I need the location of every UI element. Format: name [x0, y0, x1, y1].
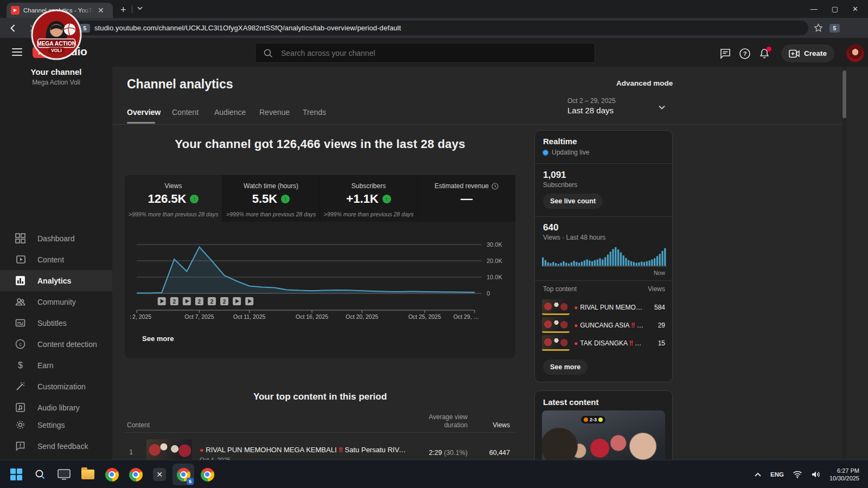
sidebar-item-content[interactable]: Content — [0, 249, 112, 270]
back-button[interactable] — [8, 23, 18, 34]
search-icon — [263, 48, 273, 58]
sidebar-item-content-detection[interactable]: c Content detection — [0, 333, 112, 355]
video-thumbnail[interactable] — [542, 335, 570, 351]
sidebar-item-dashboard[interactable]: Dashboard — [0, 228, 112, 249]
svg-text:Oct 11, 2025: Oct 11, 2025 — [233, 313, 266, 320]
speaker-icon[interactable] — [811, 471, 821, 478]
sidebar-item-earn[interactable]: $ Earn — [0, 355, 112, 376]
notification-dot — [767, 47, 771, 52]
tab-revenue[interactable]: Revenue — [259, 108, 290, 117]
svg-text:?: ? — [743, 50, 747, 57]
bookmark-star-icon[interactable] — [814, 23, 823, 33]
trend-up-icon: ↑ — [281, 195, 290, 203]
row-rank: 1 — [129, 448, 133, 456]
taskbar-clock[interactable]: 6:27 PM 10/30/2025 — [829, 467, 859, 482]
live-dot-icon: ● — [574, 339, 578, 347]
video-thumbnail[interactable] — [542, 317, 570, 333]
metric-views[interactable]: Views 126.5K↑ >999% more than previous 2… — [125, 175, 222, 222]
tab-overview[interactable]: Overview — [127, 108, 161, 117]
video-title[interactable]: ●RIVAL PUN MEMOHON MEGA KEMBALI ‼ Satu P… — [200, 446, 410, 454]
folder-icon — [81, 470, 94, 479]
extensions-badge[interactable]: 5 — [829, 24, 840, 33]
sidebar-item-analytics[interactable]: Analytics — [0, 270, 112, 291]
app-x-button[interactable]: ✕ — [149, 464, 170, 485]
realtime-bar-chart[interactable] — [542, 245, 667, 269]
metric-estimated-revenue[interactable]: Estimated revenue — — [418, 175, 515, 222]
sidebar-item-subtitles[interactable]: Subtitles — [0, 312, 112, 333]
realtime-views-label: Views · Last 48 hours — [543, 234, 605, 241]
start-button[interactable] — [5, 464, 27, 485]
chrome-button[interactable] — [101, 464, 123, 485]
svg-text:2: 2 — [210, 299, 214, 305]
svg-text:Oct 29, …: Oct 29, … — [454, 313, 479, 320]
wand-icon — [15, 381, 25, 391]
metric-watch-time[interactable]: Watch time (hours) 5.5K↑ >999% more than… — [222, 175, 320, 222]
browser-tab-strip: Channel analytics - YouTube Stu ✕ + — ▢ … — [0, 0, 868, 18]
key-metrics-card: Views 126.5K↑ >999% more than previous 2… — [125, 175, 515, 358]
tab-search-chevron-icon[interactable] — [136, 4, 144, 14]
table-divider — [125, 432, 515, 433]
chrome-icon — [105, 468, 119, 481]
language-indicator[interactable]: ENG — [770, 471, 784, 478]
tray-chevron-up-icon[interactable] — [754, 472, 762, 477]
date-preset[interactable]: Last 28 days — [567, 106, 614, 115]
account-avatar[interactable] — [846, 44, 864, 62]
svg-text:30.0K: 30.0K — [487, 241, 502, 248]
search-input[interactable] — [280, 48, 587, 58]
realtime-see-more-button[interactable]: See more — [543, 359, 588, 375]
channel-name: Mega Action Voli — [0, 79, 112, 86]
live-dot-icon: ● — [574, 322, 578, 329]
url-text[interactable]: studio.youtube.com/channel/UCKJLC3l1Ofyg… — [94, 24, 401, 32]
new-tab-button[interactable]: + — [120, 5, 126, 15]
analytics-icon — [15, 275, 25, 286]
date-chevron-down-icon[interactable] — [656, 102, 667, 113]
window-close-button[interactable]: ✕ — [852, 5, 858, 13]
sidebar-item-customization[interactable]: Customization — [0, 376, 112, 397]
channel-search[interactable] — [255, 43, 595, 63]
channel-avatar[interactable]: MEGA ACTION VOLI — [31, 9, 82, 62]
scrollbar-thumb[interactable] — [843, 70, 846, 118]
sidebar-item-community[interactable]: Community — [0, 291, 112, 312]
window-minimize-button[interactable]: — — [810, 5, 818, 13]
taskbar-app-window[interactable] — [53, 464, 75, 485]
notifications-bell[interactable] — [758, 48, 770, 60]
taskbar-search-button[interactable] — [29, 464, 51, 485]
wifi-icon[interactable] — [793, 471, 802, 478]
chrome-profile3-button[interactable] — [196, 464, 218, 485]
views-line-chart[interactable]: 30.0K20.0K10.0K02222Oct 2, 2025Oct 7, 20… — [130, 230, 515, 325]
date-range[interactable]: Oct 2 – 29, 2025 — [567, 97, 616, 105]
file-explorer-button[interactable] — [77, 464, 99, 485]
url-bar[interactable]: 5 studio.youtube.com/channel/UCKJLC3l1Of… — [61, 21, 808, 35]
scrollbar-track[interactable] — [842, 67, 847, 460]
tab-content[interactable]: Content — [172, 108, 199, 117]
sidebar-item-settings[interactable]: Settings — [0, 414, 112, 435]
chrome-profile2-button[interactable] — [125, 464, 146, 485]
headline: Your channel got 126,466 views in the la… — [125, 137, 515, 151]
feedback-icon[interactable] — [719, 48, 731, 60]
row-views: 60,447 — [467, 449, 510, 457]
video-thumbnail[interactable] — [542, 299, 570, 315]
see-more-button[interactable]: See more — [142, 335, 174, 343]
dashboard-icon — [15, 233, 25, 243]
svg-text:2: 2 — [173, 299, 176, 305]
tab-audience[interactable]: Audience — [214, 108, 246, 117]
copyright-icon: c — [15, 339, 25, 349]
page-title: Channel analytics — [127, 77, 233, 92]
chrome-active-button[interactable]: 5 — [173, 464, 194, 485]
header-actions: ? Create — [719, 44, 864, 62]
metric-subscribers[interactable]: Subscribers +1.1K↑ >999% more than previ… — [320, 175, 418, 222]
sidebar-item-send-feedback[interactable]: Send feedback — [0, 435, 112, 457]
tab-close-icon[interactable]: ✕ — [98, 7, 104, 14]
see-live-count-button[interactable]: See live count — [543, 194, 603, 209]
window-maximize-button[interactable]: ▢ — [832, 5, 838, 13]
window-controls: — ▢ ✕ — [804, 0, 865, 18]
create-button[interactable]: Create — [781, 44, 834, 62]
youtube-favicon-icon — [11, 6, 20, 15]
content-icon — [15, 254, 25, 265]
column-content: Content — [127, 421, 150, 429]
advanced-mode-button[interactable]: Advanced mode — [616, 79, 673, 87]
menu-hamburger-icon[interactable] — [12, 48, 22, 56]
tab-trends[interactable]: Trends — [303, 108, 326, 117]
top-content-label: Top content — [543, 285, 577, 293]
help-icon[interactable]: ? — [739, 48, 751, 60]
